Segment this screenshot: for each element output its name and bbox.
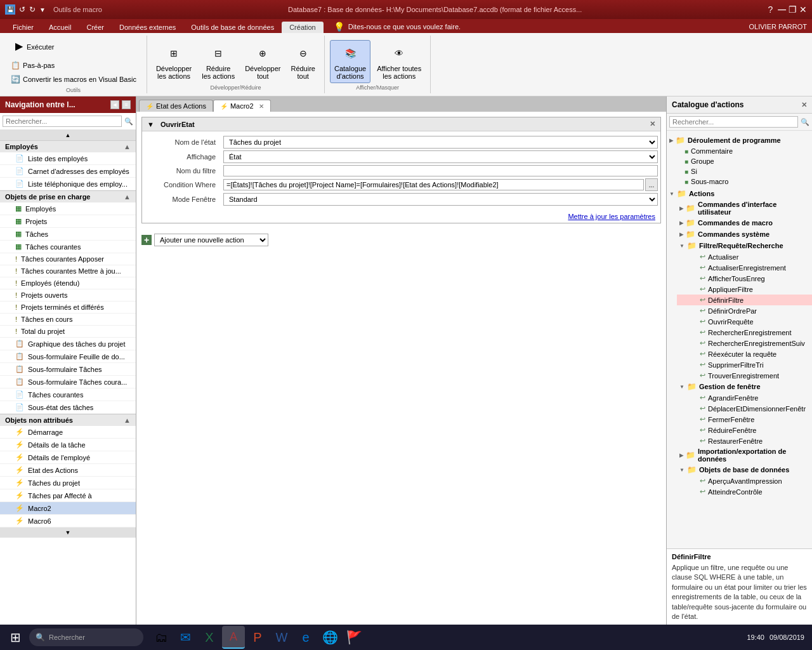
tab-fichier[interactable]: Fichier <box>5 22 41 33</box>
nav-section-non-attribues[interactable]: Objets non attribués ▲ <box>0 414 136 426</box>
reduce-one-button[interactable]: ⊖ Réduire tout <box>287 41 319 83</box>
taskbar-network[interactable]: 🌐 <box>318 626 341 649</box>
catalog-subsection-objets-header[interactable]: ▼ 📁 Objets de base de données <box>677 464 812 475</box>
doc-tab-macro2[interactable]: ⚡ Macro2 ✕ <box>213 100 271 112</box>
nav-item-taches-courantes-report[interactable]: 📄 Tâches courantes <box>0 388 136 401</box>
tab-outils-bdd[interactable]: Outils de base de données <box>183 22 282 33</box>
affichage-select[interactable]: État <box>223 150 658 163</box>
nav-item-taches-maj[interactable]: ! Tâches courantes Mettre à jou... <box>0 265 136 277</box>
taskbar-edge[interactable]: e <box>294 626 317 649</box>
nav-item-demarrage[interactable]: ⚡ Démarrage <box>0 426 136 439</box>
catalog-item-supprimer-filtre[interactable]: ↩ SupprimerFiltreTri <box>677 359 812 370</box>
save-icon[interactable]: 💾 <box>5 4 15 15</box>
catalog-item-afficher-tous[interactable]: ↩ AfficherTousEnreg <box>677 273 812 284</box>
catalog-item-si[interactable]: ■ Si <box>667 166 812 176</box>
nav-search-icon[interactable]: 🔍 <box>124 117 133 126</box>
nav-item-carnet-adresses[interactable]: 📄 Carnet d'adresses des employés <box>0 165 136 178</box>
customize-icon[interactable]: ▼ <box>39 6 46 13</box>
nav-item-macro2[interactable]: ⚡ Macro2 <box>0 502 136 515</box>
tab-creation[interactable]: Création <box>282 22 324 33</box>
tell-me-area[interactable]: 💡 Dites-nous ce que vous voulez faire. <box>334 22 461 33</box>
macro-collapse-icon[interactable]: ▼ <box>147 121 154 128</box>
nav-scroll-up[interactable]: ▲ <box>0 130 136 140</box>
nav-item-graphique[interactable]: 📋 Graphique des tâches du projet <box>0 338 136 350</box>
step-button[interactable]: 📋 Pas-à-pas <box>8 59 139 72</box>
catalog-button[interactable]: 📚 Catalogue d'actions <box>330 40 370 83</box>
add-action-select[interactable]: Ajouter une nouvelle action <box>154 234 268 246</box>
mode-fenetre-select[interactable]: Standard <box>223 193 658 206</box>
nav-item-liste-employes[interactable]: 📄 Liste des employés <box>0 152 136 165</box>
restore-button[interactable]: ❐ <box>789 4 797 15</box>
nav-section-objets-prise[interactable]: Objets de prise en charge ▲ <box>0 190 136 202</box>
doc-tab-etat-actions[interactable]: ⚡ Etat des Actions <box>139 100 213 112</box>
taskbar-flag[interactable]: 🚩 <box>343 626 365 649</box>
reduce-all-button[interactable]: ⊟ Réduire les actions <box>198 41 239 83</box>
nav-item-etat-actions[interactable]: ⚡ Etat des Actions <box>0 464 136 477</box>
catalog-item-definir-ordre[interactable]: ↩ DéfinirOrdrePar <box>677 305 812 316</box>
catalog-item-groupe[interactable]: ■ Groupe <box>667 156 812 166</box>
nav-item-ss-form-taches[interactable]: 📋 Sous-formulaire Tâches <box>0 363 136 376</box>
catalog-subsection-import-header[interactable]: ▶ 📁 Importation/exportation de données <box>677 446 812 464</box>
catalog-subsection-macro-header[interactable]: ▶ 📁 Commandes de macro <box>677 217 812 229</box>
catalog-search-icon[interactable]: 🔍 <box>801 118 809 126</box>
nom-filtre-input[interactable] <box>223 165 658 176</box>
catalog-item-rechercher-suiv[interactable]: ↩ RechercherEnregistrementSuiv <box>677 338 812 348</box>
taskbar-search-box[interactable]: 🔍 Rechercher <box>29 628 143 646</box>
nav-item-employes[interactable]: ▦ Employés <box>0 202 136 215</box>
catalog-subsection-systeme-header[interactable]: ▶ 📁 Commandes système <box>677 229 812 240</box>
nav-options-button[interactable]: ≡ <box>122 100 131 109</box>
condition-where-input[interactable] <box>223 179 644 190</box>
close-button[interactable]: ✕ <box>799 4 807 15</box>
catalog-item-commentaire[interactable]: ■ Commentaire <box>667 146 812 156</box>
nav-scroll-down[interactable]: ▼ <box>0 527 136 538</box>
show-all-button[interactable]: 👁 Afficher toutes les actions <box>373 41 425 83</box>
nav-item-macro6[interactable]: ⚡ Macro6 <box>0 515 136 527</box>
catalog-close-button[interactable]: ✕ <box>801 101 807 109</box>
nav-item-taches[interactable]: ▦ Tâches <box>0 228 136 241</box>
help-button[interactable]: ? <box>768 4 773 15</box>
catalog-item-reexecuter[interactable]: ↩ Réexécuter la requête <box>677 348 812 359</box>
nav-item-ss-form-feuille[interactable]: 📋 Sous-formulaire Feuille de do... <box>0 350 136 363</box>
catalog-section-actions-header[interactable]: ▼ 📁 Actions <box>667 188 812 199</box>
nav-item-taches-courantes[interactable]: ▦ Tâches courantes <box>0 241 136 253</box>
catalog-subsection-filtre-header[interactable]: ▼ 📁 Filtre/Requête/Recherche <box>677 240 812 251</box>
catalog-item-fermer[interactable]: ↩ FermerFenêtre <box>677 414 812 425</box>
nav-section-employes[interactable]: Employés ▲ <box>0 140 136 152</box>
nom-etat-select[interactable]: Tâches du projet <box>223 136 658 149</box>
browse-button[interactable]: ... <box>645 178 658 191</box>
catalog-item-sous-macro[interactable]: ■ Sous-macro <box>667 176 812 187</box>
macro-block-close-button[interactable]: ✕ <box>650 120 655 128</box>
nav-search-input[interactable] <box>3 116 122 127</box>
nav-item-ss-form-taches-coura[interactable]: 📋 Sous-formulaire Tâches coura... <box>0 376 136 388</box>
catalog-item-apercu[interactable]: ↩ AperçuAvantImpression <box>677 475 812 486</box>
nav-item-projets-termines[interactable]: ! Projets terminés et différés <box>0 302 136 314</box>
taskbar-powerpoint[interactable]: P <box>246 626 269 649</box>
nav-item-details-tache[interactable]: ⚡ Détails de la tâche <box>0 439 136 451</box>
start-button[interactable]: ⊞ <box>3 626 28 649</box>
tab-accueil[interactable]: Accueil <box>41 22 79 33</box>
nav-item-taches-apposer[interactable]: ! Tâches courantes Apposer <box>0 253 136 265</box>
redo-icon[interactable]: ↻ <box>29 5 36 14</box>
catalog-item-actualiser[interactable]: ↩ Actualiser <box>677 251 812 262</box>
catalog-item-actualiser-enreg[interactable]: ↩ ActualiserEnregistrement <box>677 262 812 273</box>
catalog-item-restaurer[interactable]: ↩ RestaurerFenêtre <box>677 435 812 446</box>
tab-creer[interactable]: Créer <box>79 22 112 33</box>
nav-collapse-button[interactable]: ◄ <box>110 100 119 109</box>
catalog-item-definir-filtre[interactable]: ↩ DéfinirFiltre <box>677 295 812 305</box>
nav-item-sous-etat-taches[interactable]: 📄 Sous-état des tâches <box>0 401 136 414</box>
nav-item-taches-affecte[interactable]: ⚡ Tâches par Affecté à <box>0 489 136 502</box>
taskbar-outlook[interactable]: ✉ <box>174 626 197 649</box>
catalog-item-appliquer-filtre[interactable]: ↩ AppliquerFiltre <box>677 284 812 295</box>
nav-item-employes-etendu[interactable]: ! Employés (étendu) <box>0 277 136 289</box>
taskbar-access[interactable]: A <box>222 626 245 649</box>
taskbar-excel[interactable]: X <box>198 626 221 649</box>
catalog-search-input[interactable] <box>669 116 798 128</box>
tab-donnees-externes[interactable]: Données externes <box>112 22 183 33</box>
update-link[interactable]: Mettre à jour les paramètres <box>142 210 660 223</box>
nav-item-liste-tel[interactable]: 📄 Liste téléphonique des employ... <box>0 178 136 190</box>
nav-item-projets-ouverts[interactable]: ! Projets ouverts <box>0 289 136 302</box>
catalog-item-rechercher-enreg[interactable]: ↩ RechercherEnregistrement <box>677 327 812 338</box>
catalog-item-ouvrir-requete[interactable]: ↩ OuvrirRequête <box>677 316 812 327</box>
develop-one-button[interactable]: ⊕ Développer tout <box>241 41 284 83</box>
catalog-section-deroulement-header[interactable]: ▶ 📁 Déroulement de programme <box>667 135 812 146</box>
